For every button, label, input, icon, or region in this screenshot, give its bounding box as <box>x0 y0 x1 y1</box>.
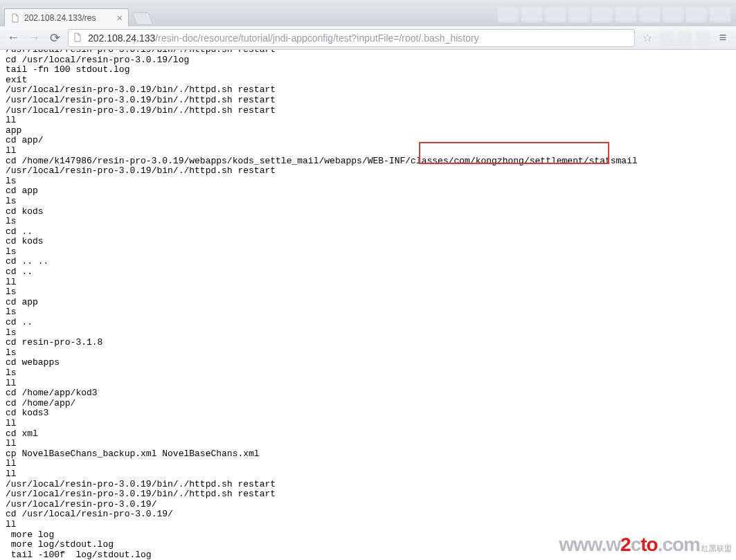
toolbar-extensions <box>660 31 710 45</box>
watermark: www.w2cto.com 红黑联盟 <box>559 534 732 556</box>
page-icon <box>73 33 84 44</box>
tab-close-icon[interactable]: × <box>117 12 123 24</box>
navigation-toolbar: ← → ⟳ 202.108.24.133/resin-doc/resource/… <box>0 26 736 50</box>
extension-icon[interactable] <box>678 31 692 45</box>
file-icon <box>10 13 20 23</box>
arrow-left-icon: ← <box>7 30 19 45</box>
tabstrip-blurred <box>498 7 730 22</box>
address-bar[interactable]: 202.108.24.133/resin-doc/resource/tutori… <box>68 29 635 47</box>
url-path: /resin-doc/resource/tutorial/jndi-appcon… <box>155 33 478 44</box>
terminal-output: /usr/local/resin-pro-3.0.19/bin/./httpd.… <box>0 50 736 560</box>
browser-window: 202.108.24.133/res × ← → ⟳ 202.108.24.13… <box>0 0 736 560</box>
back-button[interactable]: ← <box>6 30 21 46</box>
tab-title: 202.108.24.133/res <box>24 13 111 23</box>
page-content: /usr/local/resin-pro-3.0.19/bin/./httpd.… <box>0 50 736 560</box>
new-tab-button[interactable] <box>132 12 154 25</box>
window-titlebar <box>0 0 736 6</box>
bookmark-button[interactable]: ☆ <box>640 31 654 44</box>
reload-icon: ⟳ <box>50 30 60 46</box>
menu-icon: ≡ <box>719 30 727 45</box>
menu-button[interactable]: ≡ <box>715 30 730 46</box>
forward-button[interactable]: → <box>26 30 42 46</box>
tab-strip: 202.108.24.133/res × <box>0 6 736 26</box>
star-icon: ☆ <box>643 32 652 44</box>
reload-button[interactable]: ⟳ <box>47 30 62 46</box>
browser-tab[interactable]: 202.108.24.133/res × <box>4 8 129 26</box>
url-host: 202.108.24.133 <box>88 33 155 44</box>
arrow-right-icon: → <box>28 30 40 45</box>
extension-icon[interactable] <box>696 31 710 45</box>
extension-icon[interactable] <box>660 31 674 45</box>
